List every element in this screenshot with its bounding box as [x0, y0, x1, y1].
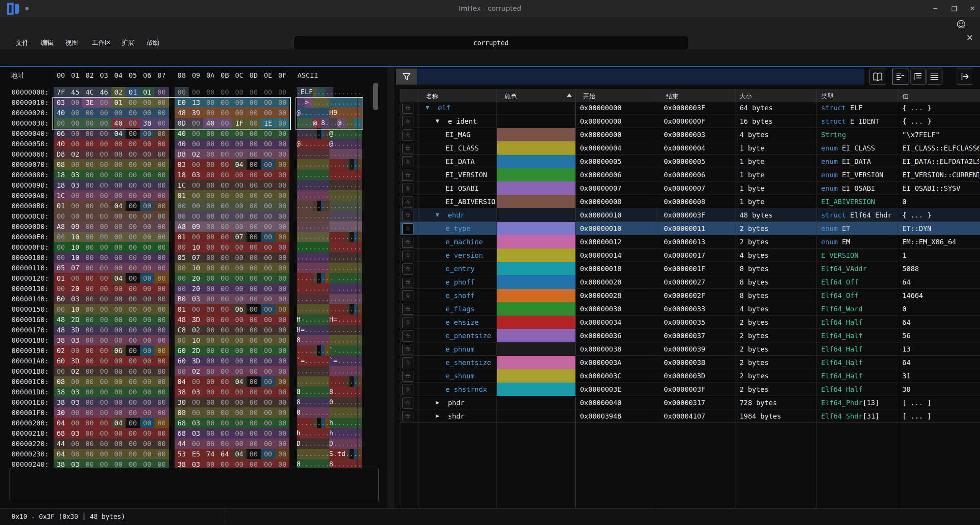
hex-byte-cell[interactable]: 00	[126, 128, 140, 139]
hex-byte-cell[interactable]: 00	[261, 263, 275, 273]
hex-byte-cell[interactable]: 00	[97, 356, 111, 366]
hex-byte-cell[interactable]: 00	[97, 335, 111, 345]
hex-byte-cell[interactable]: 00	[203, 294, 218, 304]
smiley-icon[interactable]: ☺	[956, 19, 966, 30]
hex-byte-cell[interactable]: 00	[126, 294, 140, 304]
ascii-cell[interactable]: .	[313, 438, 317, 449]
ascii-cell[interactable]: .	[329, 376, 333, 387]
hex-byte-cell[interactable]: 00	[82, 418, 97, 428]
hex-byte-cell[interactable]: 02	[189, 325, 203, 335]
column-header-7[interactable]: 值	[902, 92, 908, 101]
ascii-cell[interactable]: .	[325, 325, 329, 335]
hex-byte-cell[interactable]: 00	[126, 387, 140, 397]
hex-byte-cell[interactable]: 00	[217, 387, 232, 397]
ascii-cell[interactable]: .	[313, 314, 317, 325]
hex-byte-cell[interactable]: 00	[140, 263, 155, 273]
ascii-cell[interactable]: .	[358, 108, 362, 118]
hex-byte-cell[interactable]: 00	[232, 428, 247, 438]
ascii-cell[interactable]: .	[305, 221, 309, 232]
favorite-star-button[interactable]: ☆	[402, 371, 413, 382]
ascii-cell[interactable]: .	[354, 170, 358, 180]
hex-byte-cell[interactable]: 00	[217, 232, 232, 242]
ascii-cell[interactable]: .	[313, 294, 317, 304]
menu-item-4[interactable]: 工作区	[92, 38, 111, 47]
ascii-cell[interactable]: .	[297, 87, 301, 97]
ascii-cell[interactable]: .	[350, 170, 354, 180]
panel-close-icon[interactable]: ✕	[966, 33, 973, 43]
ascii-cell[interactable]: .	[317, 376, 321, 387]
hex-byte-cell[interactable]: 48	[175, 108, 189, 118]
hex-byte-cell[interactable]: 38	[54, 335, 68, 345]
ascii-cell[interactable]: .	[321, 263, 325, 273]
hex-byte-cell[interactable]: 00	[97, 325, 111, 335]
hex-byte-cell[interactable]: 00	[275, 283, 290, 294]
ascii-cell[interactable]: .	[333, 397, 338, 407]
ascii-cell[interactable]: .	[325, 252, 329, 263]
hex-byte-cell[interactable]: 00	[82, 376, 97, 387]
hex-byte-cell[interactable]: 00	[126, 283, 140, 294]
hex-byte-cell[interactable]: 00	[261, 211, 275, 221]
ascii-cell[interactable]: .	[346, 108, 350, 118]
hex-byte-cell[interactable]: 00	[154, 170, 169, 180]
hex-byte-cell[interactable]: 00	[126, 201, 140, 211]
hex-byte-cell[interactable]: 00	[217, 252, 232, 263]
ascii-cell[interactable]: .	[301, 159, 305, 170]
ascii-cell[interactable]: .	[337, 149, 341, 159]
hex-byte-cell[interactable]: 00	[82, 263, 97, 273]
ascii-cell[interactable]: .	[350, 263, 354, 273]
ascii-cell[interactable]: d	[341, 449, 346, 459]
hex-byte-cell[interactable]: 00	[68, 190, 83, 201]
hex-byte-cell[interactable]: 00	[261, 159, 275, 170]
pattern-row-EI_VERSION[interactable]: ☆EI_VERSION0x000000060x000000061 byteenu…	[400, 168, 980, 182]
hex-byte-cell[interactable]: 00	[261, 387, 275, 397]
ascii-cell[interactable]: .	[337, 190, 341, 201]
hex-byte-cell[interactable]: 10	[68, 232, 83, 242]
ascii-cell[interactable]: .	[350, 242, 354, 252]
hex-byte-cell[interactable]: 00	[275, 128, 290, 139]
ascii-cell[interactable]: .	[317, 366, 321, 376]
ascii-cell[interactable]: .	[350, 180, 354, 190]
ascii-cell[interactable]: .	[321, 428, 325, 438]
favorite-star-button[interactable]: ☆	[402, 210, 413, 221]
ascii-cell[interactable]: .	[325, 149, 329, 159]
hex-byte-cell[interactable]: 00	[247, 438, 261, 449]
ascii-cell[interactable]: .	[305, 128, 309, 139]
pattern-row-EI_CLASS[interactable]: ☆EI_CLASS0x000000040x000000041 byteenum …	[400, 141, 980, 155]
ascii-cell[interactable]: .	[313, 242, 317, 252]
hex-byte-cell[interactable]: 60	[175, 356, 189, 366]
hex-byte-cell[interactable]: 00	[154, 159, 169, 170]
favorite-star-button[interactable]: ☆	[402, 250, 413, 261]
hex-byte-cell[interactable]: D8	[54, 149, 68, 159]
favorite-star-button[interactable]: ☆	[402, 196, 413, 208]
hex-byte-cell[interactable]: 00	[232, 356, 247, 366]
ascii-cell[interactable]: .	[325, 221, 329, 232]
pattern-name[interactable]: elf	[438, 101, 495, 114]
ascii-cell[interactable]: .	[350, 438, 354, 449]
hex-byte-cell[interactable]: 00	[247, 232, 261, 242]
hex-byte-cell[interactable]: 00	[203, 139, 218, 149]
ascii-cell[interactable]: .	[321, 356, 325, 366]
ascii-cell[interactable]: .	[350, 201, 354, 211]
hex-byte-cell[interactable]: 30	[175, 397, 189, 407]
ascii-cell[interactable]: .	[358, 180, 362, 190]
hex-byte-cell[interactable]: 00	[82, 428, 97, 438]
ascii-cell[interactable]: .	[354, 190, 358, 201]
hex-byte-cell[interactable]: 00	[275, 159, 290, 170]
hex-byte-cell[interactable]: 00	[275, 356, 290, 366]
ascii-cell[interactable]: .	[317, 190, 321, 201]
ascii-cell[interactable]: .	[329, 221, 333, 232]
ascii-cell[interactable]: .	[350, 335, 354, 345]
hex-byte-cell[interactable]: 03	[54, 97, 68, 108]
ascii-cell[interactable]: .	[354, 87, 358, 97]
hex-byte-cell[interactable]: 00	[97, 314, 111, 325]
hex-byte-cell[interactable]: 00	[82, 304, 97, 314]
hex-byte-cell[interactable]: 08	[175, 407, 189, 418]
hex-byte-cell[interactable]: 00	[232, 273, 247, 283]
hex-byte-cell[interactable]: 00	[217, 294, 232, 304]
ascii-cell[interactable]: .	[337, 211, 341, 221]
hex-byte-cell[interactable]: 00	[261, 449, 275, 459]
ascii-cell[interactable]: .	[337, 263, 341, 273]
hex-byte-cell[interactable]: 00	[54, 304, 68, 314]
ascii-cell[interactable]: .	[358, 418, 362, 428]
hex-byte-cell[interactable]: 00	[68, 345, 83, 356]
